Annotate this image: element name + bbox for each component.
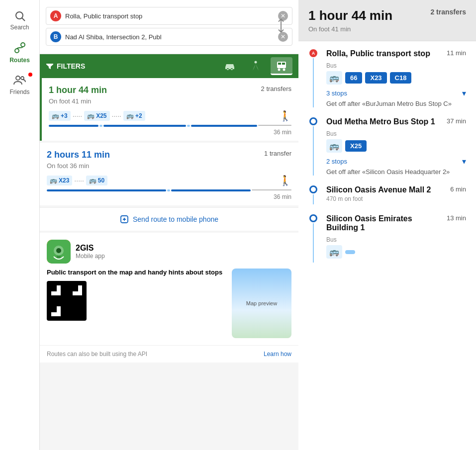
svg-point-13 (283, 68, 286, 71)
bus-chip-c18: C18 (390, 72, 412, 84)
sidebar-item-friends[interactable]: Friends (0, 69, 39, 100)
sidebar-item-search[interactable]: Search (0, 5, 39, 36)
filters-label-text: FILTERS (57, 62, 85, 70)
dot-col-0: A (308, 49, 318, 107)
bus-chip-icon-0: 🚌 (326, 71, 342, 85)
search-label: Search (10, 24, 29, 31)
dot-col-3 (308, 214, 318, 263)
bus-chip-x23: X23 (365, 72, 386, 84)
timeline-content-0: Rolla, Public transport stop 11 min Bus … (326, 49, 466, 107)
ad-app-type: Mobile app (76, 253, 105, 260)
svg-point-0 (16, 12, 23, 19)
step-chip-bus: 🚌 +3 (49, 111, 71, 121)
ad-image: Map preview (232, 269, 291, 338)
dot-col-1 (308, 117, 318, 176)
timeline-stop-3: Silicon Oasis Emirates Building 1 13 min… (308, 214, 466, 263)
learn-how-link[interactable]: Learn how (264, 351, 291, 358)
svg-point-8 (255, 61, 257, 64)
bus-chip-66: 66 (345, 72, 362, 84)
destination-input[interactable]: Nad Al Shiba, Intersection 2, Publ (65, 33, 278, 41)
friends-icon (13, 74, 26, 87)
bar-1-seg-3 (252, 189, 291, 190)
step-dot-1: ····· (73, 112, 82, 120)
timeline-dot-0: A (309, 49, 317, 57)
route-0-transfers: 2 transfers (261, 85, 291, 92)
stops-count-0: 3 stops (326, 90, 347, 97)
bus-chips-1: 🚌 X25 (326, 139, 466, 153)
bus-chip-x25: X25 (345, 140, 367, 152)
timeline-stop-0: A Rolla, Public transport stop 11 min Bu… (308, 49, 466, 107)
ad-header: 2GIS Mobile app (47, 240, 291, 264)
bar-1-dot (167, 189, 170, 191)
walk-step-2: 🚶 (279, 175, 291, 186)
timeline-line-1 (313, 126, 314, 176)
stop-name-2: Silicon Oasis Avenue Mall 2 (326, 185, 446, 194)
swap-button[interactable] (277, 18, 286, 35)
step-chip-x23: 🚌 X23 (47, 176, 72, 185)
stop-sub-2: 470 m on foot (326, 195, 466, 202)
footer-text: Routes can also be built using the API (47, 351, 147, 358)
route-0-bar (49, 125, 291, 127)
stop-dur-0: 11 min (447, 49, 466, 57)
bar-1-seg-1 (47, 189, 166, 191)
stop-dur-1: 37 min (447, 117, 466, 125)
tab-walk[interactable] (245, 57, 267, 75)
detail-header: 1 hour 44 min 2 transfers On foot 41 min (298, 0, 476, 41)
timeline-line-2 (313, 194, 314, 204)
stop-name-0: Rolla, Public transport stop (326, 49, 443, 58)
bus-icon (276, 60, 287, 71)
route-1-transfers: 1 transfer (264, 150, 291, 157)
timeline-line-3 (313, 223, 314, 263)
route-0-foot: On foot 41 min (49, 97, 291, 105)
search-inputs: A Rolla, Public transport stop ✕ B Nad A… (40, 0, 298, 54)
get-off-1: Get off after «Silicon Oasis Headquarter… (326, 168, 466, 176)
search-icon (14, 10, 26, 22)
svg-rect-9 (277, 62, 286, 68)
bar-seg-4 (258, 125, 291, 126)
bus-label-0: Bus (326, 62, 466, 69)
stops-count-1: 2 stops (326, 158, 347, 165)
route-1-duration: 36 min (47, 193, 291, 200)
route-card-0[interactable]: 1 hour 44 min 2 transfers On foot 41 min… (40, 78, 298, 141)
route-card-1[interactable]: 2 hours 11 min 1 transfer On foot 36 min… (40, 143, 298, 205)
walk-icon-step2: 🚶 (279, 175, 291, 186)
timeline-line-0 (313, 58, 314, 107)
bus-icon-chip3: 🚌 (126, 112, 134, 119)
bar-dot-1 (99, 125, 102, 127)
step-dot-3: ····· (74, 177, 84, 184)
friends-label: Friends (9, 89, 29, 95)
stop-row-3: Silicon Oasis Emirates Building 1 13 min (326, 214, 466, 232)
timeline-content-1: Oud Metha Metro Bus Stop 1 37 min Bus 🚌 … (326, 117, 466, 176)
sidebar-item-routes[interactable]: Routes (0, 36, 39, 69)
send-route-button[interactable]: Send route to mobile phone (40, 207, 298, 231)
search-row-b[interactable]: B Nad Al Shiba, Intersection 2, Publ ✕ (46, 28, 292, 46)
timeline-dot-3 (309, 214, 317, 222)
routes-list: 1 hour 44 min 2 transfers On foot 41 min… (40, 78, 298, 450)
route-1-foot: On foot 36 min (47, 162, 291, 170)
route-1-steps: 🚌 X23 ····· 🚌 50 🚶 (47, 175, 291, 186)
stops-toggle-1[interactable]: 2 stops ▾ (326, 157, 466, 166)
timeline-dot-2 (309, 185, 317, 193)
route-0-duration: 36 min (49, 129, 291, 136)
tab-bus[interactable] (271, 57, 292, 75)
filter-icon (46, 62, 54, 70)
origin-input[interactable]: Rolla, Public transport stop (65, 12, 278, 20)
ad-description: Public transport on the map and handy hi… (47, 269, 227, 276)
walk-step: 🚶 (279, 110, 291, 122)
filters-button[interactable]: FILTERS (46, 62, 85, 70)
search-row-a[interactable]: A Rolla, Public transport stop ✕ (46, 7, 292, 25)
route-0-steps: 🚌 +3 ····· 🚌 X25 ····· 🚌 +2 🚶 (49, 110, 291, 122)
bus-chips-0: 🚌 66 X23 C18 (326, 71, 466, 85)
stops-toggle-0[interactable]: 3 stops ▾ (326, 89, 466, 98)
notification-dot (28, 73, 32, 77)
routes-icon (13, 41, 27, 55)
stop-name-3: Silicon Oasis Emirates Building 1 (326, 214, 443, 232)
panel-footer: Routes can also be built using the API L… (40, 345, 298, 362)
ad-app-name: 2GIS (76, 244, 105, 253)
tab-car[interactable] (219, 57, 241, 75)
stop-row-1: Oud Metha Metro Bus Stop 1 37 min (326, 117, 466, 126)
detail-time-row: 1 hour 44 min 2 transfers (308, 8, 466, 23)
timeline-stop-2: Silicon Oasis Avenue Mall 2 6 min 470 m … (308, 185, 466, 204)
timeline: A Rolla, Public transport stop 11 min Bu… (298, 41, 476, 450)
detail-panel: 1 hour 44 min 2 transfers On foot 41 min… (298, 0, 476, 450)
